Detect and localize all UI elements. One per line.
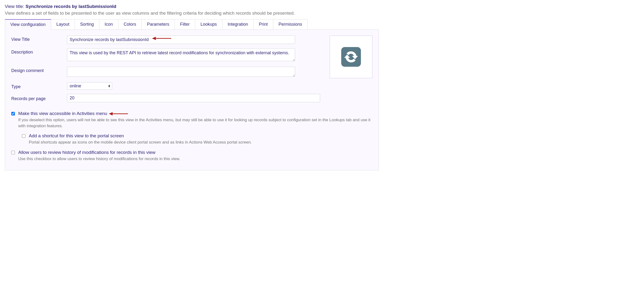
svg-marker-2 (152, 37, 156, 40)
svg-rect-0 (341, 47, 361, 67)
tab-bar: View configuration Layout Sorting Icon C… (5, 19, 379, 30)
view-title-input[interactable] (67, 36, 295, 44)
design-comment-input[interactable] (67, 67, 295, 77)
accessible-checkbox[interactable] (11, 112, 15, 116)
type-select-value: online (67, 83, 108, 89)
tab-lookups[interactable]: Lookups (195, 19, 222, 30)
tab-filter[interactable]: Filter (174, 19, 195, 30)
accessible-label: Make this view accessible in Activities … (18, 111, 107, 116)
page-title-label: View title: (5, 4, 26, 9)
tab-view-configuration[interactable]: View configuration (5, 19, 51, 30)
history-hint: Use this checkbox to allow users to revi… (18, 156, 372, 162)
description-input[interactable] (67, 48, 295, 61)
sync-icon (341, 47, 361, 67)
type-label: Type (11, 83, 67, 89)
tab-print[interactable]: Print (253, 19, 273, 30)
tab-layout[interactable]: Layout (51, 19, 75, 30)
tab-icon[interactable]: Icon (99, 19, 118, 30)
accessible-hint: If you deselect this option, users will … (18, 117, 372, 129)
annotation-arrow-icon (109, 112, 128, 116)
shortcut-checkbox[interactable] (22, 134, 26, 138)
icon-preview[interactable] (330, 36, 372, 78)
icon-preview-box (330, 36, 372, 106)
records-per-page-input[interactable] (67, 94, 320, 102)
annotation-arrow-icon (152, 36, 171, 41)
select-arrows-icon (108, 85, 112, 87)
tab-permissions[interactable]: Permissions (273, 19, 308, 30)
shortcut-checkbox-row: Add a shortcut for this view to the port… (22, 133, 372, 138)
page-subtitle: View defines a set of fields to be prese… (5, 10, 639, 16)
accessible-checkbox-row: Make this view accessible in Activities … (11, 111, 372, 116)
config-panel: View Title Description Design comment (5, 30, 379, 170)
shortcut-hint: Portal shortcuts appear as icons on the … (29, 140, 372, 146)
history-checkbox[interactable] (11, 151, 15, 154)
history-checkbox-row: Allow users to review history of modific… (11, 150, 372, 155)
page-title-line: View title: Synchronize records by lastS… (5, 4, 639, 9)
shortcut-label: Add a shortcut for this view to the port… (29, 133, 124, 138)
records-per-page-label: Records per page (11, 95, 67, 101)
description-label: Description (11, 48, 67, 55)
view-title-label: View Title (11, 36, 67, 42)
tab-parameters[interactable]: Parameters (142, 19, 175, 30)
tab-sorting[interactable]: Sorting (75, 19, 100, 30)
type-select[interactable]: online (67, 82, 112, 90)
tab-colors[interactable]: Colors (118, 19, 142, 30)
svg-marker-4 (109, 112, 112, 116)
page-title-value: Synchronize records by lastSubmissionId (26, 4, 116, 9)
tab-integration[interactable]: Integration (222, 19, 254, 30)
history-label: Allow users to review history of modific… (18, 150, 155, 155)
design-comment-label: Design comment (11, 67, 67, 73)
